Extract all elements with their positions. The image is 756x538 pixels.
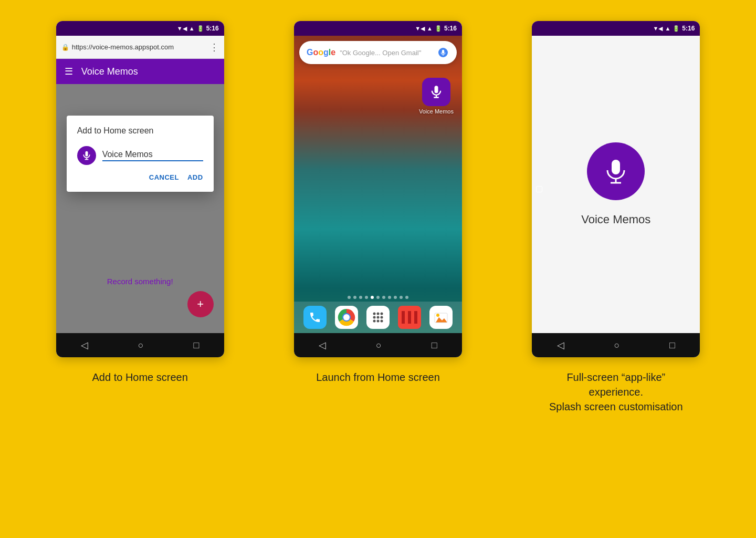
svg-rect-23 [402, 311, 405, 324]
google-logo: Google [307, 48, 335, 57]
svg-point-18 [380, 316, 383, 319]
phone3-sb-square [536, 186, 542, 192]
dock-phone-icon[interactable] [303, 306, 327, 329]
dot-8 [388, 296, 391, 299]
lock-icon: 🔒 [61, 44, 69, 51]
add-button[interactable]: ADD [187, 173, 203, 181]
dock-gallery-icon[interactable] [429, 306, 453, 329]
phone1-content: Add to Home screen Voice Memos [56, 84, 224, 333]
svg-point-26 [432, 308, 450, 327]
phone3-col: ▼◀ ▲ 🔋 5:16 Voice Memos [508, 21, 724, 414]
phone1-url-bar[interactable]: 🔒 https://voice-memos.appspot.com ⋮ [56, 36, 224, 59]
phone3-frame: ▼◀ ▲ 🔋 5:16 Voice Memos [532, 21, 700, 357]
home-wallpaper: Google "Ok Google... Open Gmail" [294, 36, 462, 333]
svg-point-17 [376, 316, 379, 319]
phone1-nav-bar: ◁ ○ □ [56, 333, 224, 357]
recents-icon3[interactable]: □ [669, 340, 675, 351]
phone1-time: 5:16 [206, 25, 219, 32]
back-icon2[interactable]: ◁ [319, 339, 326, 351]
back-icon[interactable]: ◁ [81, 339, 88, 351]
dock [294, 302, 462, 333]
phone2-content: Google "Ok Google... Open Gmail" [294, 36, 462, 333]
dialog-title: Add to Home screen [77, 126, 203, 136]
caption1: Add to Home screen [92, 370, 188, 385]
svg-rect-0 [85, 151, 88, 157]
phone3-sb-left [536, 186, 542, 192]
svg-point-12 [343, 314, 350, 320]
signal-icon3: ▼◀ [653, 25, 663, 32]
dock-chrome-icon[interactable] [335, 306, 358, 329]
dot-1 [348, 296, 351, 299]
phone1-status-icons: ▼◀ ▲ 🔋 5:16 [177, 25, 219, 32]
page-dots [348, 296, 408, 299]
cancel-button[interactable]: CANCEL [149, 173, 179, 181]
menu-icon[interactable]: ☰ [65, 66, 73, 77]
svg-point-19 [373, 320, 375, 323]
signal-icon2: ▼◀ [415, 25, 425, 32]
phone2-status-bar: ▼◀ ▲ 🔋 5:16 [294, 21, 462, 36]
svg-point-20 [376, 320, 379, 323]
phone2-frame: ▼◀ ▲ 🔋 5:16 Google "Ok Google... Open Gm… [294, 21, 462, 357]
lte-icon: ▲ [189, 25, 195, 32]
lte-icon2: ▲ [427, 25, 433, 32]
home-icon2[interactable]: ○ [376, 340, 382, 351]
dot-9 [394, 296, 397, 299]
splash-mic-icon [587, 142, 645, 200]
phone1-col: ▼◀ ▲ 🔋 5:16 🔒 https://voice-memos.appspo… [32, 21, 248, 385]
dialog-input[interactable]: Voice Memos [102, 150, 203, 161]
record-text: Record something! [107, 277, 173, 286]
phones-row: ▼◀ ▲ 🔋 5:16 🔒 https://voice-memos.appspo… [32, 21, 724, 517]
svg-point-13 [373, 313, 375, 315]
signal-icon: ▼◀ [177, 25, 187, 32]
dot-11 [405, 296, 408, 299]
dot-7 [382, 296, 385, 299]
phone2-nav-bar: ◁ ○ □ [294, 333, 462, 357]
fab-button[interactable]: + [187, 291, 214, 317]
more-icon[interactable]: ⋮ [209, 42, 219, 53]
dialog-actions: CANCEL ADD [77, 173, 203, 181]
voice-memos-home-icon[interactable]: Voice Memos [419, 78, 454, 115]
recents-icon[interactable]: □ [193, 340, 199, 351]
add-to-home-dialog: Add to Home screen Voice Memos [67, 116, 214, 192]
fab-plus-icon: + [197, 297, 204, 311]
phone3-status-bar: ▼◀ ▲ 🔋 5:16 [532, 21, 700, 36]
phone3-splash-content: Voice Memos [532, 36, 700, 333]
battery-icon2: 🔋 [435, 25, 442, 32]
svg-point-27 [436, 314, 439, 317]
phone3-status-icons: ▼◀ ▲ 🔋 5:16 [653, 25, 695, 32]
lte-icon3: ▲ [665, 25, 670, 32]
home-icon[interactable]: ○ [138, 340, 144, 351]
phone1-status-bar: ▼◀ ▲ 🔋 5:16 [56, 21, 224, 36]
phone2-status-icons: ▼◀ ▲ 🔋 5:16 [415, 25, 457, 32]
recents-icon2[interactable]: □ [432, 340, 437, 351]
dialog-input-row: Voice Memos [77, 146, 203, 165]
home-icon3[interactable]: ○ [614, 340, 620, 351]
vm-home-label: Voice Memos [419, 108, 454, 115]
phone3-time: 5:16 [682, 25, 695, 32]
dot-10 [400, 296, 403, 299]
google-mic-button[interactable] [437, 46, 449, 59]
dialog-mic-icon [77, 146, 96, 165]
splash-app-name: Voice Memos [581, 213, 650, 226]
dock-apps-icon[interactable] [366, 306, 390, 329]
svg-rect-4 [442, 50, 445, 54]
phone2-time: 5:16 [444, 25, 457, 32]
battery-icon3: 🔋 [673, 25, 680, 32]
phone1-url-text: https://voice-memos.appspot.com [72, 43, 209, 51]
svg-rect-6 [434, 86, 438, 93]
phone1-app-title: Voice Memos [81, 66, 138, 77]
phone1-frame: ▼◀ ▲ 🔋 5:16 🔒 https://voice-memos.appspo… [56, 21, 224, 357]
caption3: Full-screen “app-like” experience. Splas… [542, 370, 689, 414]
svg-rect-25 [414, 311, 417, 324]
svg-point-14 [376, 313, 379, 315]
back-icon3[interactable]: ◁ [557, 339, 564, 351]
svg-point-21 [380, 320, 383, 323]
caption2: Launch from Home screen [316, 370, 440, 385]
dock-video-icon[interactable] [398, 306, 421, 329]
svg-rect-28 [612, 160, 620, 174]
dot-6 [376, 296, 380, 299]
google-search-bar[interactable]: Google "Ok Google... Open Gmail" [299, 41, 457, 64]
svg-rect-24 [408, 311, 411, 324]
dot-4 [365, 296, 368, 299]
phone1-app-bar: ☰ Voice Memos [56, 59, 224, 84]
